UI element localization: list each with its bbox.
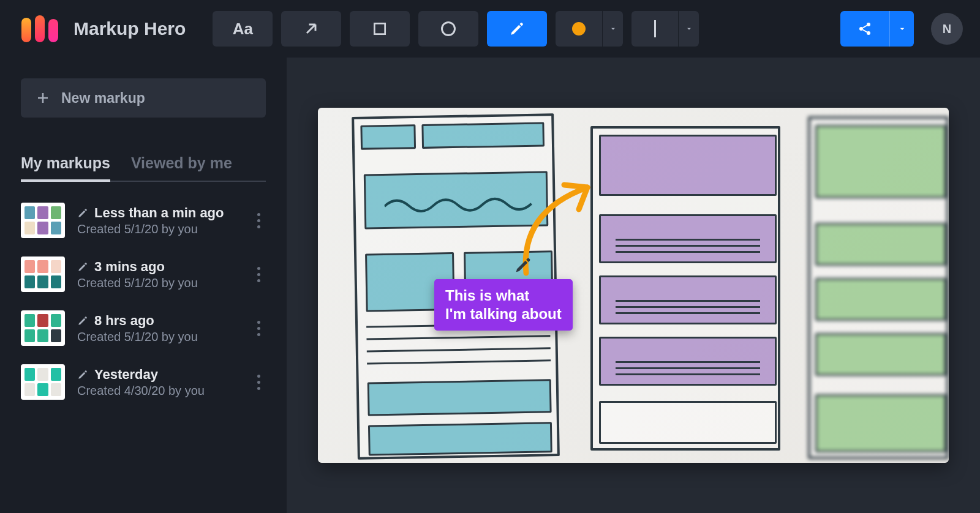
pen-icon xyxy=(77,369,88,380)
item-subtitle: Created 5/1/20 by you xyxy=(77,222,239,236)
svg-point-6 xyxy=(859,27,863,31)
text-tool-button[interactable]: Aa xyxy=(213,11,273,47)
user-avatar[interactable]: N xyxy=(931,13,963,45)
item-info: Less than a min agoCreated 5/1/20 by you xyxy=(77,205,239,236)
svg-rect-2 xyxy=(48,19,58,42)
pen-icon xyxy=(77,315,88,326)
color-swatch-icon xyxy=(572,22,586,36)
item-info: YesterdayCreated 4/30/20 by you xyxy=(77,367,239,398)
markup-thumbnail xyxy=(21,203,65,238)
svg-rect-3 xyxy=(375,23,385,34)
svg-rect-0 xyxy=(21,18,31,42)
sidebar-tabs: My markups Viewed by me xyxy=(21,154,266,182)
item-info: 8 hrs agoCreated 5/1/20 by you xyxy=(77,313,239,344)
svg-rect-1 xyxy=(35,15,45,42)
markup-list: Less than a min agoCreated 5/1/20 by you… xyxy=(21,203,266,400)
tab-my-markups[interactable]: My markups xyxy=(21,154,110,181)
svg-point-7 xyxy=(867,31,870,35)
toolbar: Markup Hero Aa xyxy=(0,0,980,58)
tab-viewed-by-me[interactable]: Viewed by me xyxy=(131,154,232,181)
annotation-text: This is what I'm talking about xyxy=(445,287,562,322)
svg-point-4 xyxy=(442,23,455,36)
item-subtitle: Created 5/1/20 by you xyxy=(77,276,239,290)
sidebar: New markup My markups Viewed by me Less … xyxy=(0,58,287,513)
app-title: Markup Hero xyxy=(74,18,186,39)
item-subtitle: Created 4/30/20 by you xyxy=(77,384,239,398)
chevron-down-icon xyxy=(678,11,699,47)
list-item[interactable]: YesterdayCreated 4/30/20 by you xyxy=(21,364,266,400)
item-title: 3 mins ago xyxy=(94,259,165,275)
rectangle-tool-button[interactable] xyxy=(350,11,410,47)
markup-thumbnail xyxy=(21,256,65,292)
item-info: 3 mins agoCreated 5/1/20 by you xyxy=(77,259,239,290)
list-item[interactable]: 3 mins agoCreated 5/1/20 by you xyxy=(21,256,266,292)
new-markup-label: New markup xyxy=(61,90,145,107)
circle-icon xyxy=(440,20,457,37)
chevron-down-icon xyxy=(602,11,623,47)
pen-tool-button[interactable] xyxy=(487,11,547,47)
pen-icon xyxy=(77,208,88,219)
wireframe-sketch xyxy=(590,126,780,451)
markup-thumbnail xyxy=(21,364,65,400)
chevron-down-icon xyxy=(889,11,914,47)
more-menu-button[interactable] xyxy=(251,321,266,336)
item-title: 8 hrs ago xyxy=(94,313,154,329)
text-icon: Aa xyxy=(233,20,253,39)
color-picker-button[interactable] xyxy=(556,11,623,47)
rectangle-icon xyxy=(372,21,388,37)
share-button[interactable] xyxy=(840,11,914,47)
item-title: Yesterday xyxy=(94,367,158,383)
svg-point-5 xyxy=(867,23,870,26)
stroke-picker-button[interactable] xyxy=(631,11,699,47)
list-item[interactable]: Less than a min agoCreated 5/1/20 by you xyxy=(21,203,266,238)
more-menu-button[interactable] xyxy=(251,375,266,390)
list-item[interactable]: 8 hrs agoCreated 5/1/20 by you xyxy=(21,310,266,346)
pen-icon xyxy=(509,21,525,37)
canvas-area: This is what I'm talking about xyxy=(287,58,980,513)
share-icon xyxy=(858,21,872,36)
plus-icon xyxy=(36,91,50,105)
stroke-width-icon xyxy=(654,20,656,37)
arrow-icon xyxy=(303,20,320,37)
app-logo[interactable] xyxy=(17,12,62,45)
pen-cursor-icon xyxy=(514,256,532,274)
circle-tool-button[interactable] xyxy=(418,11,478,47)
canvas[interactable]: This is what I'm talking about xyxy=(318,108,949,463)
new-markup-button[interactable]: New markup xyxy=(21,78,266,118)
markup-thumbnail xyxy=(21,310,65,346)
more-menu-button[interactable] xyxy=(251,213,266,228)
item-subtitle: Created 5/1/20 by you xyxy=(77,330,239,344)
text-annotation[interactable]: This is what I'm talking about xyxy=(434,279,573,331)
wireframe-sketch xyxy=(808,116,949,459)
item-title: Less than a min ago xyxy=(94,205,224,221)
pen-icon xyxy=(77,261,88,272)
more-menu-button[interactable] xyxy=(251,267,266,282)
arrow-tool-button[interactable] xyxy=(281,11,341,47)
